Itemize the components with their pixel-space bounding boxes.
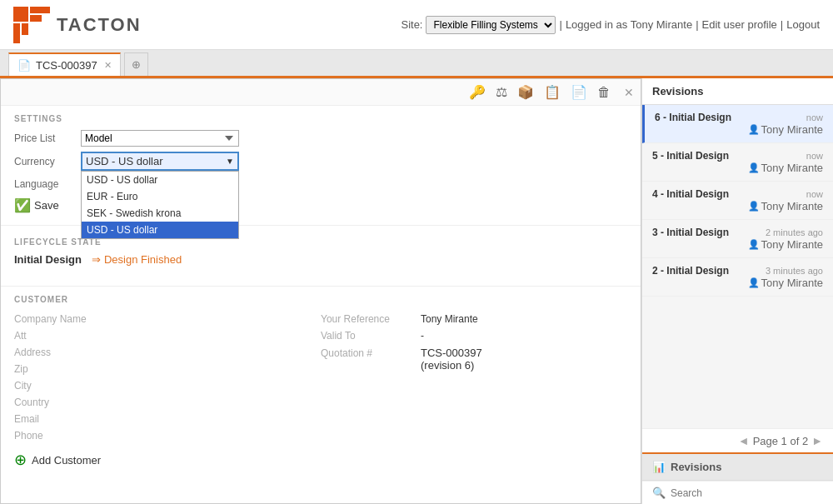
new-tab-button[interactable]: ⊕ <box>124 52 148 76</box>
tab-bar: 📄 TCS-000397 ✕ ⊕ <box>0 50 833 78</box>
add-customer-button[interactable]: ⊕ Add Customer <box>14 451 101 469</box>
revision-item-3[interactable]: 3 - Initial Design 2 minutes ago 👤 Tony … <box>642 220 833 258</box>
search-input[interactable] <box>671 487 823 499</box>
revision-item-2[interactable]: 2 - Initial Design 3 minutes ago 👤 Tony … <box>642 258 833 297</box>
revisions-tab-label: Revisions <box>671 461 721 473</box>
document-icon: 📄 <box>17 59 31 72</box>
zip-label: Zip <box>14 363 114 375</box>
settings-section: SETTINGS Price List Model Currency USD -… <box>1 106 641 222</box>
email-label: Email <box>14 413 114 425</box>
city-label: City <box>14 380 114 392</box>
save-icon: ✅ <box>14 197 31 213</box>
search-row: 🔍 <box>642 481 833 504</box>
next-page-button[interactable]: ► <box>811 434 823 447</box>
site-select[interactable]: Flexible Filling Systems <box>426 16 556 34</box>
new-tab-icon: ⊕ <box>132 58 141 71</box>
quotation-value: TCS-000397 (revision 6) <box>421 347 482 372</box>
currency-select-display[interactable]: USD - US dollar ▼ <box>81 152 239 171</box>
att-row: Att <box>14 327 321 344</box>
bottom-tabs: 📊 Revisions 🔍 <box>642 452 833 504</box>
svg-rect-0 <box>13 7 28 22</box>
main-layout: 🔑 ⚖ 📦 📋 📄 🗑 ✕ SETTINGS Price List Model … <box>0 78 833 504</box>
logout-link[interactable]: Logout <box>786 18 820 31</box>
user-icon-2: 👤 <box>748 277 760 288</box>
company-name-row: Company Name <box>14 311 321 327</box>
tab-tcs-000397[interactable]: 📄 TCS-000397 ✕ <box>8 52 121 76</box>
revision-time-3: 2 minutes ago <box>766 227 823 237</box>
currency-selected-value: USD - US dollar <box>86 155 162 167</box>
quotation-label: Quotation # <box>321 347 421 359</box>
revision-item-top-4: 4 - Initial Design now <box>652 188 823 200</box>
current-state: Initial Design <box>14 253 82 266</box>
valid-to-label: Valid To <box>321 330 421 342</box>
revision-user-4: 👤 Tony Mirante <box>652 200 823 212</box>
revision-user-5: 👤 Tony Mirante <box>652 162 823 174</box>
revision-item-top-2: 2 - Initial Design 3 minutes ago <box>652 265 823 277</box>
address-label: Address <box>14 347 114 358</box>
right-sidebar: Revisions 6 - Initial Design now 👤 Tony … <box>641 78 833 504</box>
revision-time-6: now <box>806 112 823 122</box>
revision-user-6: 👤 Tony Mirante <box>655 123 823 136</box>
delete-button[interactable]: 🗑 <box>594 83 614 102</box>
close-panel-button[interactable]: ✕ <box>624 86 634 99</box>
revisions-header: Revisions <box>642 78 833 105</box>
configure-button[interactable]: 🔑 <box>466 82 489 102</box>
compare-button[interactable]: ⚖ <box>492 82 511 102</box>
box-button[interactable]: 📦 <box>514 82 537 102</box>
currency-option-sek[interactable]: SEK - Swedish krona <box>82 205 238 222</box>
search-icon: 🔍 <box>652 487 666 499</box>
logged-in-text: Logged in as Tony Mirante <box>566 18 692 31</box>
settings-label: SETTINGS <box>14 114 627 123</box>
revisions-tab-icon: 📊 <box>652 461 666 473</box>
currency-option-usd-selected[interactable]: USD - US dollar <box>82 222 238 238</box>
revision-time-2: 3 minutes ago <box>766 266 823 276</box>
currency-option-eur[interactable]: EUR - Euro <box>82 188 238 205</box>
revision-name-3: 3 - Initial Design <box>652 227 729 238</box>
save-button[interactable]: ✅ Save <box>14 197 59 213</box>
revision-user-name-4: Tony Mirante <box>761 200 823 212</box>
revision-name-2: 2 - Initial Design <box>652 265 729 277</box>
site-label: Site: <box>401 18 422 31</box>
paste-button[interactable]: 📄 <box>567 82 591 102</box>
revision-user-name-6: Tony Mirante <box>761 123 823 136</box>
content-area: 🔑 ⚖ 📦 📋 📄 🗑 ✕ SETTINGS Price List Model … <box>0 78 641 504</box>
logo-text: TACTON <box>57 14 142 36</box>
user-icon-3: 👤 <box>748 239 760 250</box>
company-name-label: Company Name <box>14 313 114 325</box>
revision-time-4: now <box>806 189 823 199</box>
revision-item-top-3: 3 - Initial Design 2 minutes ago <box>652 227 823 238</box>
price-list-label: Price List <box>14 132 81 144</box>
revision-name-4: 4 - Initial Design <box>652 188 729 200</box>
your-reference-value: Tony Mirante <box>421 313 478 325</box>
separator2: | <box>696 18 698 31</box>
currency-label: Currency <box>14 156 81 167</box>
svg-rect-3 <box>13 23 20 43</box>
tab-label: TCS-000397 <box>36 59 97 72</box>
currency-dropdown-wrapper: USD - US dollar ▼ USD - US dollar EUR - … <box>81 152 239 171</box>
valid-to-row: Valid To - <box>321 327 627 344</box>
copy-button[interactable]: 📋 <box>541 82 564 102</box>
tab-close-button[interactable]: ✕ <box>104 60 112 71</box>
country-label: Country <box>14 397 114 408</box>
revisions-tab[interactable]: 📊 Revisions <box>642 454 833 481</box>
customer-right-col: Your Reference Tony Mirante Valid To - Q… <box>321 311 627 444</box>
valid-to-value: - <box>421 330 424 342</box>
svg-rect-1 <box>30 7 50 13</box>
revision-item-5[interactable]: 5 - Initial Design now 👤 Tony Mirante <box>642 143 833 182</box>
revision-item-top-6: 6 - Initial Design now <box>655 112 823 123</box>
quotation-revision: (revision 6) <box>421 359 474 372</box>
revision-item-4[interactable]: 4 - Initial Design now 👤 Tony Mirante <box>642 182 833 220</box>
revision-user-name-2: Tony Mirante <box>761 277 823 289</box>
page-label: Page 1 of 2 <box>753 435 809 447</box>
zip-row: Zip <box>14 361 321 377</box>
edit-profile-link[interactable]: Edit user profile <box>702 18 777 31</box>
price-list-select[interactable]: Model <box>81 130 239 147</box>
customer-left-col: Company Name Att Address Zip <box>14 311 321 444</box>
prev-page-button[interactable]: ◄ <box>738 434 750 447</box>
revision-user-3: 👤 Tony Mirante <box>652 238 823 251</box>
currency-dropdown-arrow: ▼ <box>226 157 234 166</box>
city-row: City <box>14 377 321 394</box>
state-transition-arrow[interactable]: ⇒ Design Finished <box>92 253 182 266</box>
revision-item-6[interactable]: 6 - Initial Design now 👤 Tony Mirante <box>642 105 833 143</box>
currency-option-usd[interactable]: USD - US dollar <box>82 172 238 188</box>
